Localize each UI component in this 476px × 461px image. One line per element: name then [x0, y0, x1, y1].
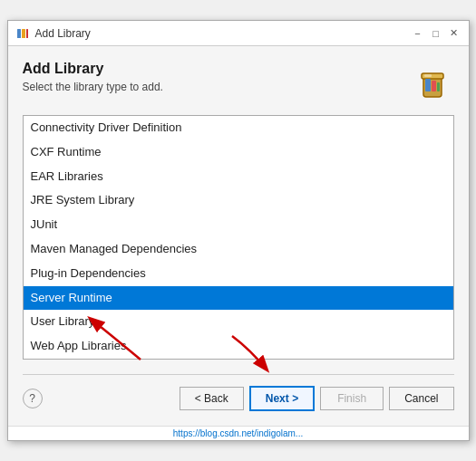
library-list[interactable]: Connectivity Driver Definition CXF Runti…: [23, 115, 454, 360]
dialog-icon: [15, 26, 30, 41]
svg-rect-6: [432, 81, 436, 91]
svg-rect-8: [424, 74, 432, 77]
add-library-dialog: Add Library − □ ✕ Add Library Select the…: [7, 20, 470, 441]
list-item[interactable]: Plug-in Dependencies: [24, 262, 453, 286]
svg-rect-7: [437, 82, 440, 91]
back-button[interactable]: < Back: [180, 387, 244, 410]
list-item[interactable]: JUnit: [24, 213, 453, 237]
svg-rect-5: [425, 79, 431, 91]
list-item[interactable]: Web App Libraries: [24, 334, 453, 359]
list-item[interactable]: Connectivity Driver Definition: [24, 116, 453, 140]
minimize-button[interactable]: −: [411, 26, 425, 41]
dialog-subtitle: Select the library type to add.: [23, 81, 163, 93]
list-item-server-runtime[interactable]: Server Runtime: [24, 286, 453, 311]
next-button[interactable]: Next >: [249, 386, 315, 411]
svg-rect-0: [17, 29, 21, 38]
svg-rect-1: [22, 29, 25, 38]
finish-button: Finish: [320, 387, 384, 410]
list-item[interactable]: Maven Managed Dependencies: [24, 237, 453, 262]
watermark: https://blog.csdn.net/indigolam...: [8, 426, 469, 440]
title-bar: Add Library − □ ✕: [8, 21, 469, 46]
title-bar-controls: − □ ✕: [411, 26, 461, 41]
help-button[interactable]: ?: [23, 389, 43, 408]
list-item[interactable]: CXF Runtime: [24, 140, 453, 165]
content-area: Add Library Select the library type to a…: [8, 46, 469, 426]
cancel-button[interactable]: Cancel: [389, 387, 453, 410]
dialog-title: Add Library: [23, 61, 163, 77]
close-button[interactable]: ✕: [447, 26, 461, 41]
library-jar-icon: [411, 61, 454, 104]
list-item[interactable]: EAR Libraries: [24, 165, 453, 189]
button-row: ? < Back Next > Finish Cancel: [23, 374, 454, 411]
list-item-user-library[interactable]: User Library: [24, 310, 453, 334]
title-bar-label: Add Library: [35, 27, 411, 40]
header-text: Add Library Select the library type to a…: [23, 61, 163, 93]
maximize-button[interactable]: □: [429, 26, 443, 41]
header-row: Add Library Select the library type to a…: [23, 61, 454, 104]
svg-rect-2: [26, 29, 28, 38]
list-item[interactable]: JRE System Library: [24, 188, 453, 213]
